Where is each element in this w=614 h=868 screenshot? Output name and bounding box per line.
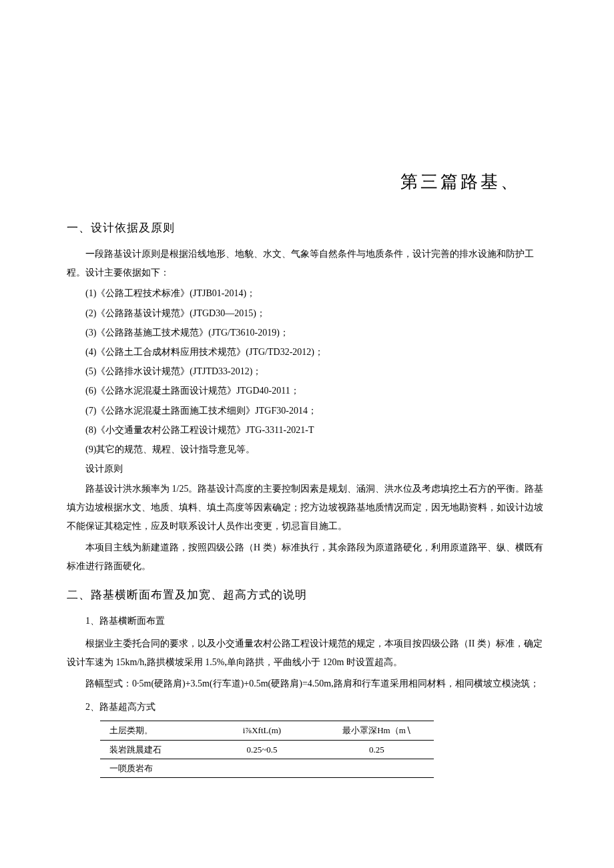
document-page: 第三篇路基、 一、设计依据及原则 一段路基设计原则是根据沿线地形、地貌、水文、气…	[0, 0, 614, 845]
basis-item: (7)《公路水泥混凝土路面施工技术细则》JTGF30-2014；	[85, 402, 547, 419]
section2-p1: 根据业主委托合同的要求，以及小交通量农村公路工程设计规范的规定，本项目按四级公路…	[67, 634, 547, 672]
basis-item: (3)《公路路基施工技术规范》(JTG/T3610-2019)；	[85, 324, 547, 341]
table-cell	[204, 759, 320, 778]
basis-item: (1)《公路工程技术标准》(JTJB01-2014)；	[85, 285, 547, 302]
section2-heading: 二、路基横断面布置及加宽、超高方式的说明	[67, 585, 547, 606]
table-row: 一唢质岩布	[100, 759, 434, 778]
basis-item: (4)《公路土工合成材料应用技术规范》(JTG/TD32-2012)；	[85, 344, 547, 360]
principle-paragraph-1: 路基设计洪水频率为 1/25。路基设计高度的主要控制因素是规划、涵洞、洪水位及考…	[67, 480, 547, 536]
section1-intro: 一段路基设计原则是根据沿线地形、地貌、水文、气象等自然条件与地质条件，设计完善的…	[67, 245, 547, 282]
table-cell: 0.25	[320, 740, 434, 759]
chapter-title: 第三篇路基、	[67, 167, 521, 198]
basis-item: (5)《公路排水设计规范》(JTJTD33-2012)；	[85, 363, 547, 380]
principle-paragraph-2: 本项目主线为新建道路，按照四级公路（H 类）标准执行，其余路段为原道路硬化，利用…	[67, 538, 547, 576]
section2-p2: 路幅型式：0·5m(硬路肩)+3.5m(行车道)+0.5m(硬路肩)=4.50m…	[67, 675, 547, 693]
table-header-xftl: i⅞XftL(m)	[204, 721, 320, 740]
table-cell	[320, 759, 434, 778]
table-cell: 0.25~0.5	[204, 740, 320, 759]
table-header-soil: 土层类期。	[100, 721, 204, 740]
basis-item: (9)其它的规范、规程、设计指导意见等。	[85, 441, 547, 458]
section1-heading: 一、设计依据及原则	[67, 218, 547, 239]
table-header-row: 土层类期。 i⅞XftL(m) 最小罩深Hm（m∖	[100, 721, 434, 740]
table-header-hm: 最小罩深Hm（m∖	[320, 721, 434, 740]
table-row: 装岩跳晨建石 0.25~0.5 0.25	[100, 740, 434, 759]
basis-item: (6)《公路水泥混凝土路面设计规范》JTGD40-2011；	[85, 382, 547, 399]
principle-label: 设计原则	[85, 460, 547, 477]
section2-sub1: 1、路基横断面布置	[85, 612, 547, 629]
table-cell: 装岩跳晨建石	[100, 740, 204, 759]
basis-item: (2)《公路路基设计规范》(JTGD30—2015)；	[85, 305, 547, 322]
table-cell: 一唢质岩布	[100, 759, 204, 778]
basis-item: (8)《小交通量农村公路工程设计规范》JTG-3311-2021-T	[85, 422, 547, 438]
section2-sub2: 2、路基超高方式	[85, 699, 547, 715]
superelevation-table: 土层类期。 i⅞XftL(m) 最小罩深Hm（m∖ 装岩跳晨建石 0.25~0.…	[100, 721, 434, 778]
